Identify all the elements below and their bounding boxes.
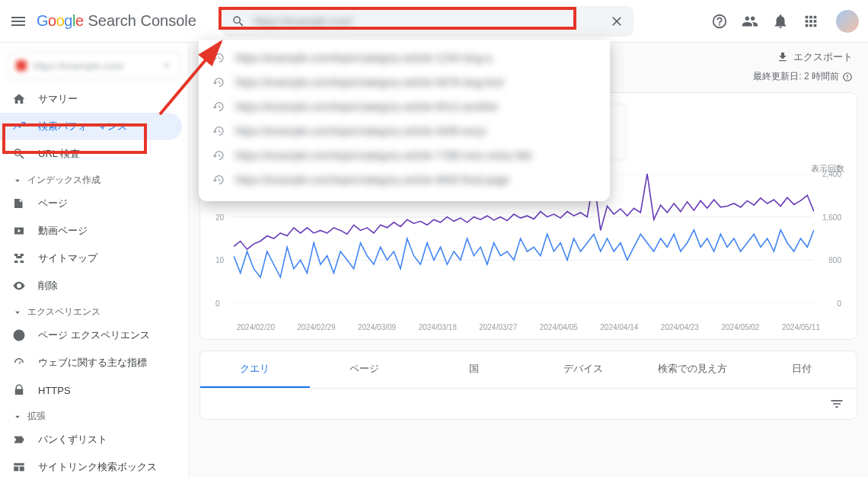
sidebar-item-remove[interactable]: 削除 xyxy=(0,272,182,299)
product-logo[interactable]: Google Search Console xyxy=(37,12,196,30)
close-icon[interactable] xyxy=(609,14,624,29)
search-icon xyxy=(12,147,26,161)
history-icon xyxy=(212,149,225,162)
sidebar-item-speed[interactable]: ウェブに関する主な指標 xyxy=(0,349,182,376)
group-experience[interactable]: エクスペリエンス xyxy=(0,299,188,322)
suggestion-item[interactable]: https://example.com/topic/category-artic… xyxy=(199,119,610,143)
sidebar-item-label: 検索パフォーマンス xyxy=(38,120,127,133)
history-icon xyxy=(212,52,225,64)
sidebar-item-label: ページ xyxy=(38,197,68,210)
video-icon xyxy=(12,224,26,238)
url-search-bar xyxy=(222,6,633,37)
history-icon xyxy=(212,125,225,137)
sidebar-item-label: サイトマップ xyxy=(38,251,97,265)
download-icon xyxy=(777,51,789,63)
property-selector[interactable]: https://example.com/ xyxy=(8,52,180,79)
sidebar-item-label: ページ エクスペリエンス xyxy=(38,328,150,342)
chevron-down-icon xyxy=(12,175,23,186)
menu-icon[interactable] xyxy=(9,12,27,30)
sidebar-item-lock[interactable]: HTTPS xyxy=(0,376,182,404)
notifications-icon[interactable] xyxy=(772,13,789,30)
sidebar-item-video[interactable]: 動画ページ xyxy=(0,217,182,245)
apps-icon[interactable] xyxy=(803,13,819,30)
sidebar-item-label: サマリー xyxy=(38,92,78,106)
sidebar-item-home[interactable]: サマリー xyxy=(0,85,182,113)
plus-icon xyxy=(12,328,26,342)
history-icon xyxy=(212,174,225,186)
search-suggestions: https://example.com/topic/category-artic… xyxy=(199,40,610,201)
sitemap-icon xyxy=(12,251,26,265)
search-icon xyxy=(231,14,245,28)
tab-4[interactable]: 検索での見え方 xyxy=(638,351,748,388)
results-panel: クエリページ国デバイス検索での見え方日付 xyxy=(199,351,857,420)
suggestion-item[interactable]: https://example.com/topic/category-artic… xyxy=(199,143,610,168)
sidebar-item-trend[interactable]: 検索パフォーマンス xyxy=(0,113,182,140)
chevron-down-icon xyxy=(161,60,172,71)
search-input[interactable] xyxy=(254,15,600,27)
help-icon[interactable] xyxy=(711,13,728,30)
sidebar-item-plus[interactable]: ページ エクスペリエンス xyxy=(0,322,182,349)
x-axis: 2024/02/202024/02/292024/03/092024/03/18… xyxy=(200,323,857,339)
group-enhancements[interactable]: 拡張 xyxy=(0,404,188,426)
sidebar-item-label: 削除 xyxy=(38,279,58,293)
sidebar-item-label: 動画ページ xyxy=(38,224,88,238)
suggestion-item[interactable]: https://example.com/topic/category-artic… xyxy=(199,168,610,192)
sidebar-item-label: パンくずリスト xyxy=(38,433,107,447)
breadcrumb-icon xyxy=(12,433,26,447)
sidebar-item-label: URL 検査 xyxy=(38,147,80,161)
home-icon xyxy=(12,92,26,106)
tab-5[interactable]: 日付 xyxy=(747,351,857,388)
sidebar: https://example.com/ サマリー検索パフォーマンスURL 検査… xyxy=(0,43,189,477)
pages-icon xyxy=(12,197,26,210)
sidebar-item-pages[interactable]: ページ xyxy=(0,190,182,217)
tabs-row: クエリページ国デバイス検索での見え方日付 xyxy=(200,351,857,389)
filter-icon[interactable] xyxy=(829,396,844,411)
remove-icon xyxy=(12,279,26,293)
history-icon xyxy=(212,76,225,88)
tab-0[interactable]: クエリ xyxy=(200,351,310,388)
property-name: https://example.com/ xyxy=(33,60,124,72)
tab-1[interactable]: ページ xyxy=(310,351,420,388)
people-icon[interactable] xyxy=(742,13,758,30)
lock-icon xyxy=(12,383,26,397)
speed-icon xyxy=(12,356,26,370)
tab-3[interactable]: デバイス xyxy=(528,351,638,388)
chevron-down-icon xyxy=(12,307,23,318)
sidebar-item-search[interactable]: URL 検査 xyxy=(0,140,182,168)
chevron-down-icon xyxy=(12,411,23,422)
avatar[interactable] xyxy=(836,10,859,33)
sidebar-item-label: ウェブに関する主な指標 xyxy=(38,356,147,370)
app-header: Google Search Console xyxy=(0,0,868,43)
sidebar-item-label: サイトリンク検索ボックス xyxy=(38,460,157,474)
sitelinks-icon xyxy=(12,460,26,474)
header-actions xyxy=(711,10,859,33)
group-index[interactable]: インデックス作成 xyxy=(0,168,188,190)
sidebar-item-breadcrumb[interactable]: パンくずリスト xyxy=(0,426,182,453)
export-label: エクスポート xyxy=(793,50,853,64)
product-name: Search Console xyxy=(88,12,196,30)
info-icon[interactable] xyxy=(842,72,853,82)
trend-icon xyxy=(12,120,26,133)
history-icon xyxy=(212,101,225,113)
suggestion-item[interactable]: https://example.com/topic/category-artic… xyxy=(199,70,610,94)
tab-2[interactable]: 国 xyxy=(419,351,528,388)
sidebar-item-sitelinks[interactable]: サイトリンク検索ボックス xyxy=(0,453,182,477)
export-button[interactable]: エクスポート xyxy=(777,50,853,64)
search-box[interactable] xyxy=(222,6,633,37)
sidebar-item-label: HTTPS xyxy=(38,385,71,396)
suggestion-item[interactable]: https://example.com/topic/category-artic… xyxy=(199,46,610,70)
sidebar-item-sitemap[interactable]: サイトマップ xyxy=(0,245,182,272)
suggestion-item[interactable]: https://example.com/topic/category-artic… xyxy=(199,94,610,119)
google-logo: Google xyxy=(37,12,84,30)
